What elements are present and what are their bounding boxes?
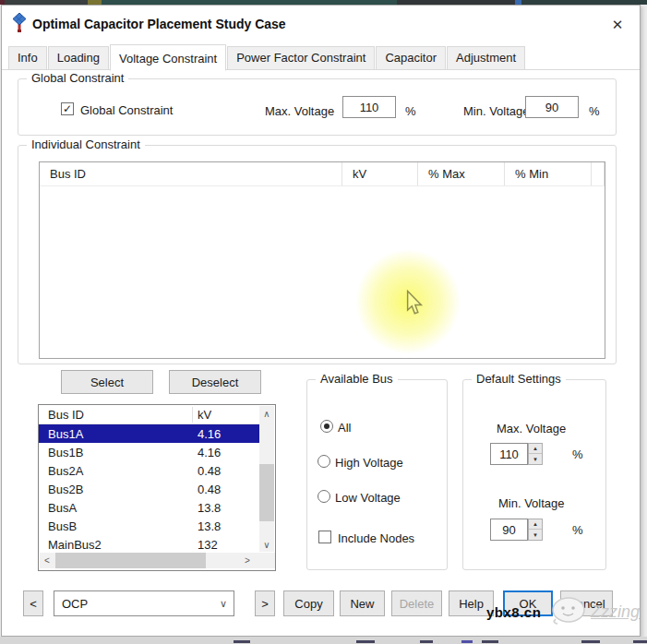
default-min-voltage-input[interactable]: 90 — [490, 519, 528, 541]
spin-up-icon[interactable]: ▲ — [529, 519, 542, 530]
tab-adjustment[interactable]: Adjustment — [447, 46, 525, 70]
background-dash — [581, 640, 600, 643]
screen: Optimal Capacitor Placement Study Case ✕… — [0, 0, 647, 644]
include-nodes-label: Include Nodes — [338, 531, 414, 545]
background-dash — [420, 640, 433, 643]
bus-kv: 13.8 — [198, 519, 259, 533]
tab-capacitor[interactable]: Capacitor — [376, 46, 446, 70]
radio-high-voltage-label: High Voltage — [335, 456, 403, 470]
background-window-bottom-strip — [0, 637, 647, 644]
scroll-up-icon[interactable]: ∧ — [259, 406, 274, 421]
global-constraint-group: Global Constraint ✓ Global Constraint Ma… — [18, 78, 617, 136]
background-dash — [482, 640, 498, 643]
max-voltage-label: Max. Voltage — [265, 104, 334, 118]
bus-row[interactable]: Bus1A 4.16 — [39, 424, 259, 443]
bus-list-column-bus-id: Bus ID — [48, 408, 84, 422]
deselect-button[interactable]: Deselect — [169, 370, 261, 394]
bus-list[interactable]: Bus ID kV Bus1A 4.16 Bus1B 4.16 Bus2A 0.… — [38, 404, 276, 571]
default-max-voltage-spinner[interactable]: ▲ ▼ — [528, 443, 543, 465]
column-max: % Max — [418, 162, 505, 185]
background-dash — [461, 640, 473, 643]
spin-up-icon[interactable]: ▲ — [529, 444, 542, 454]
new-button[interactable]: New — [340, 590, 385, 616]
min-voltage-input[interactable]: 90 — [525, 96, 579, 118]
column-spacer — [592, 162, 605, 185]
bus-row[interactable]: Bus1B 4.16 — [39, 443, 259, 461]
app-icon — [12, 13, 27, 39]
delete-button: Delete — [391, 590, 442, 616]
radio-all-label: All — [338, 421, 351, 435]
default-settings-legend: Default Settings — [472, 372, 566, 386]
default-settings-group: Default Settings Max. Voltage 110 ▲ ▼ % … — [462, 379, 606, 570]
available-bus-group: Available Bus All High Voltage Low Volta… — [306, 379, 448, 570]
default-min-voltage-spinner[interactable]: ▲ ▼ — [528, 519, 543, 541]
column-kv: kV — [342, 162, 418, 185]
include-nodes-checkbox[interactable] — [318, 531, 331, 543]
background-dash — [234, 640, 250, 643]
bus-id: BusA — [48, 501, 198, 515]
watermark-name: Zzzing — [591, 602, 640, 622]
default-max-voltage-input[interactable]: 110 — [490, 443, 528, 465]
scroll-left-icon[interactable]: < — [40, 553, 54, 568]
radio-high-voltage[interactable] — [318, 455, 330, 468]
bus-kv: 0.48 — [198, 464, 259, 478]
default-min-voltage-label: Min. Voltage — [498, 496, 565, 510]
radio-all[interactable] — [320, 420, 333, 433]
bus-list-header-divider — [192, 407, 193, 423]
study-case-dialog: Optimal Capacitor Placement Study Case ✕… — [1, 5, 641, 637]
next-study-case-button[interactable]: > — [255, 590, 275, 616]
cursor-icon — [405, 290, 424, 319]
bus-id: BusB — [48, 519, 198, 533]
individual-constraint-table[interactable]: Bus ID kV % Max % Min — [39, 161, 605, 359]
bus-list-header: Bus ID kV — [39, 405, 259, 424]
max-voltage-percent: % — [405, 104, 416, 118]
global-constraint-checkbox[interactable]: ✓ — [61, 102, 74, 115]
study-case-value: OCP — [54, 597, 213, 611]
spin-down-icon[interactable]: ▼ — [529, 454, 542, 464]
watermark-site: ybx8.cn — [486, 604, 541, 620]
bus-kv: 0.48 — [198, 483, 259, 496]
background-dash — [356, 640, 375, 643]
default-min-voltage-percent: % — [572, 523, 583, 537]
background-dash — [633, 640, 647, 643]
bus-id: MainBus2 — [48, 538, 198, 552]
column-min: % Min — [505, 162, 592, 185]
tab-power-factor-constraint[interactable]: Power Factor Constraint — [227, 46, 375, 70]
radio-low-voltage[interactable] — [318, 490, 330, 503]
bus-id: Bus2B — [48, 483, 198, 496]
column-bus-id: Bus ID — [40, 162, 342, 185]
bus-id: Bus2A — [48, 464, 198, 478]
bus-kv: 13.8 — [198, 501, 259, 515]
scroll-down-icon[interactable]: ∨ — [259, 537, 274, 552]
tab-loading[interactable]: Loading — [48, 46, 109, 70]
individual-constraint-header: Bus ID kV % Max % Min — [40, 162, 605, 186]
bus-list-column-kv: kV — [198, 408, 211, 422]
min-voltage-label: Min. Voltage — [463, 104, 530, 118]
study-case-combobox[interactable]: OCP ∨ — [54, 590, 234, 616]
hscroll-thumb[interactable] — [55, 553, 206, 568]
vscroll-thumb[interactable] — [259, 464, 274, 521]
default-max-voltage-percent: % — [572, 447, 583, 461]
dialog-title: Optimal Capacitor Placement Study Case — [32, 17, 286, 31]
chevron-down-icon[interactable]: ∨ — [213, 598, 234, 610]
radio-low-voltage-label: Low Voltage — [335, 491, 401, 505]
bus-row[interactable]: Bus2A 0.48 — [39, 461, 259, 480]
spin-down-icon[interactable]: ▼ — [529, 530, 542, 540]
select-button[interactable]: Select — [61, 370, 153, 394]
close-icon[interactable]: ✕ — [604, 13, 631, 37]
bus-kv: 132 — [198, 538, 259, 552]
scroll-right-icon[interactable]: > — [240, 553, 255, 568]
min-voltage-percent: % — [589, 104, 600, 118]
max-voltage-input[interactable]: 110 — [342, 96, 396, 118]
tab-info[interactable]: Info — [8, 46, 47, 70]
default-max-voltage-label: Max. Voltage — [497, 422, 566, 435]
individual-constraint-legend: Individual Constraint — [27, 137, 145, 151]
bus-row[interactable]: BusB 13.8 — [39, 517, 259, 535]
bus-row[interactable]: Bus2B 0.48 — [39, 480, 259, 498]
individual-constraint-group: Individual Constraint Bus ID kV % Max % … — [18, 145, 617, 364]
bus-row[interactable]: BusA 13.8 — [39, 498, 259, 517]
bus-row[interactable]: MainBus2 132 — [39, 536, 259, 553]
copy-button[interactable]: Copy — [283, 590, 334, 616]
tab-voltage-constraint[interactable]: Voltage Constraint — [110, 44, 226, 71]
prev-study-case-button[interactable]: < — [23, 590, 43, 616]
